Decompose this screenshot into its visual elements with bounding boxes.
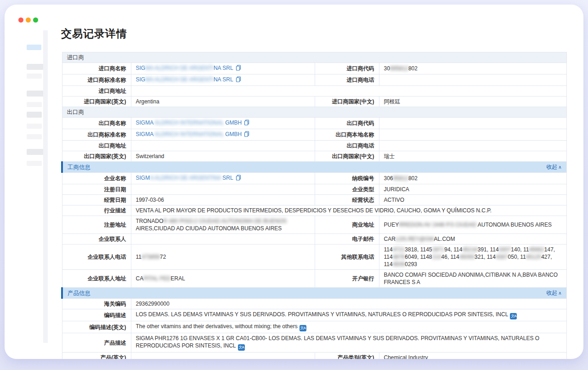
table-row: 进口商标准名称 SIGMA ALDRICH DE ARGENTINA SRL 进… [62,74,566,86]
tax-id-value: 30695812802 [379,173,566,184]
bank-value: BANCO COMAFI SOCIEDAD ANONIMA,CITIBANK N… [379,270,566,288]
importer-country-en-label: 进口商国家(英文) [62,97,131,107]
product-collapse-button[interactable]: 收起∧ [546,289,561,297]
exporter-section-header: 出口商 [62,107,566,118]
company-name-value: SIGMA ALDRICH DE ARGENTINA SRL [131,173,315,184]
table-row: 出口商标准名称 SIGMA ALDRICH INTERNATIONAL GMBH… [62,129,566,141]
table-row: 编码描述(英文) The other vitamins and their de… [62,321,566,333]
product-desc-label: 产品描述 [62,333,131,353]
table-row: 出口商名称 SIGMA ALDRICH INTERNATIONAL GMBH 出… [62,118,566,129]
exporter-name-link[interactable]: SIGMA ALDRICH INTERNATIONAL GMBH [136,120,242,126]
table-row: 出口商国家(英文) Switzerland 出口商国家(中文) 瑞士 [62,151,566,162]
sidebar-skeleton-bar [27,64,45,70]
contact-phone-label: 企业联系人电话 [62,245,131,270]
biz-address-value: PUEYRREDON AV 2446 P.5 CIUDAD AUTONOMA B… [379,216,566,234]
company-name-link[interactable]: SIGMA ALDRICH DE ARGENTINA SRL [136,175,233,181]
copy-icon[interactable] [236,65,241,73]
op-status-label: 经营状态 [315,195,379,205]
importer-name-value: SIGMA ALDRICH DE ARGENTINA SRL [131,63,315,74]
table-row: 经营日期 1997-03-06 经营状态 ACTIVO [62,195,566,205]
exporter-std-name-value: SIGMA ALDRICH INTERNATIONAL GMBH [131,129,315,141]
exporter-name-value: SIGMA ALDRICH INTERNATIONAL GMBH [131,118,315,129]
importer-std-name-label: 进口商标准名称 [62,74,131,86]
sidebar-skeleton-active [27,45,41,50]
industry-desc-label: 行业描述 [62,205,131,216]
translate-icon[interactable]: 文A [238,344,245,351]
exporter-phone-value [379,141,566,151]
table-row: 产品(英文) 产品类别(英文) Chemical Industry [62,353,566,359]
category-en-value: Chemical Industry [379,353,566,359]
reg-address-label: 注册地址 [62,216,131,234]
biz-address-label: 商业地址 [315,216,379,234]
exporter-local-name-value [379,129,566,141]
table-row: 产品描述 SIGMA PHR1276 1G ENVASES X 1 GR CA0… [62,333,566,353]
importer-country-en-value: Argentina [131,97,315,107]
contact-address-label: 企业联系人地址 [62,270,131,288]
code-desc-en-value: The other vitamins and their derivatives… [131,321,566,333]
importer-std-name-link[interactable]: SIGMA ALDRICH DE ARGENTINA SRL [136,76,233,83]
importer-section-header: 进口商 [62,52,566,63]
email-label: 电子邮件 [315,234,379,245]
table-row: 行业描述 VENTA AL POR MAYOR DE PRODUCTOS INT… [62,205,566,216]
table-row: 进口商名称 SIGMA ALDRICH DE ARGENTINA SRL 进口商… [62,63,566,74]
importer-address-value [131,86,566,97]
sidebar-skeleton-bar [27,112,42,118]
sidebar-divider [43,30,48,343]
exporter-name-label: 出口商名称 [62,118,131,129]
copy-icon[interactable] [236,76,241,84]
exporter-country-en-label: 出口商国家(英文) [62,151,131,162]
contact-label: 企业联系人 [62,234,131,245]
product-en-label: 产品(英文) [62,353,131,359]
sidebar-skeleton-bar [27,134,42,139]
hs-code-value: 29362990000 [131,299,566,309]
exporter-std-name-link[interactable]: SIGMA ALDRICH INTERNATIONAL GMBH [136,131,242,137]
copy-icon[interactable] [244,120,249,127]
exporter-country-cn-value: 瑞士 [379,151,566,162]
industry-desc-value: VENTA AL POR MAYOR DE PRODUCTOS INTERMED… [131,205,566,216]
reg-date-label: 注册日期 [62,184,131,195]
exporter-country-en-value: Switzerland [131,151,315,162]
table-row: 注册日期 企业类型 JURIDICA [62,184,566,195]
exporter-code-value [379,118,566,129]
sidebar-skeleton-bar [27,149,45,155]
browser-window: 交易记录详情 进口商 进口商名称 SIGMA ALDRICH DE ARGENT… [5,5,583,359]
page-title: 交易记录详情 [61,27,566,41]
exporter-std-name-label: 出口商标准名称 [62,129,131,141]
sidebar-skeleton-bar [27,161,42,166]
translate-icon[interactable]: 文A [300,325,306,331]
company-type-label: 企业类型 [315,184,379,195]
maximize-button[interactable] [33,17,38,23]
minimize-button[interactable] [26,17,31,23]
importer-name-link[interactable]: SIGMA ALDRICH DE ARGENTINA SRL [136,65,233,71]
importer-phone-value [379,74,566,86]
importer-std-name-value: SIGMA ALDRICH DE ARGENTINA SRL [131,74,315,86]
bank-label: 开户银行 [315,270,379,288]
table-row: 进口商地址 [62,86,566,97]
exporter-local-name-label: 出口商本地名称 [315,129,379,141]
sidebar-skeleton-bar [27,102,42,107]
table-row: 企业名称 SIGMA ALDRICH DE ARGENTINA SRL 纳税编号… [62,173,566,184]
copy-icon[interactable] [236,175,241,182]
code-desc-value: LOS DEMAS. LAS DEMAS VITAMINAS Y SUS DER… [131,309,566,321]
importer-code-label: 进口商代码 [315,63,379,74]
detail-table: 进口商 进口商名称 SIGMA ALDRICH DE ARGENTINA SRL… [61,52,567,359]
op-status-value: ACTIVO [379,195,566,205]
close-button[interactable] [18,17,23,23]
product-en-value [131,353,315,359]
tax-id-label: 纳税编号 [315,173,379,184]
reg-address-value: TRONADOR 480 PISO:2 CIUDAD AUTONOMA DE B… [131,216,315,234]
company-name-label: 企业名称 [62,173,131,184]
table-row: 进口商国家(英文) Argentina 进口商国家(中文) 阿根廷 [62,97,566,107]
op-date-value: 1997-03-06 [131,195,315,205]
other-phones-value: 11447213818, 1145287194, 11445218391, 11… [379,245,566,270]
exporter-address-label: 出口商地址 [62,141,131,151]
category-en-label: 产品类别(英文) [315,353,379,359]
table-row: 编码描述 LOS DEMAS. LAS DEMAS VITAMINAS Y SU… [62,309,566,321]
importer-code-value: 30695812802 [379,63,566,74]
business-collapse-button[interactable]: 收起∧ [546,163,561,171]
reg-date-value [131,184,315,195]
chevron-up-icon: ∧ [558,290,561,296]
copy-icon[interactable] [244,131,249,139]
translate-icon[interactable]: 文A [510,313,517,319]
table-row: 海关编码 29362990000 [62,299,566,309]
